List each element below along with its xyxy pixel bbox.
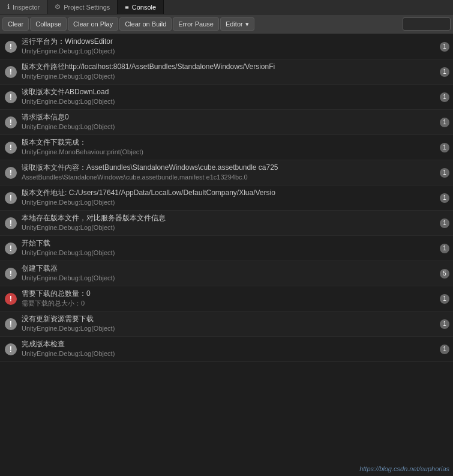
log-entry[interactable]: ! 读取版本文件ABDownLoad UnityEngine.Debug:Log… xyxy=(0,85,453,110)
log-count-badge: 1 xyxy=(440,294,449,304)
log-text-col: 版本文件地址: C:/Users/17641/AppData/LocalLow/… xyxy=(22,185,436,210)
tab-console[interactable]: ≡Console xyxy=(118,0,164,14)
log-main-text: 运行平台为：WindowsEditor xyxy=(22,37,434,47)
log-type-icon: ! xyxy=(5,268,17,280)
log-icon-col: ! xyxy=(0,312,22,336)
log-entry[interactable]: ! 本地存在版本文件，对比服务器版本文件信息 UnityEngine.Debug… xyxy=(0,211,453,236)
log-count-col: 1 xyxy=(436,185,453,210)
log-type-icon: ! xyxy=(5,66,17,78)
log-text-col: 读取版本文件ABDownLoad UnityEngine.Debug:Log(O… xyxy=(22,85,436,109)
log-count-badge: 1 xyxy=(440,143,449,152)
log-sub-text: UnityEngine.Debug:Log(Object) xyxy=(22,198,434,207)
log-count-badge: 1 xyxy=(440,118,449,127)
log-entry[interactable]: ! 请求版本信息0 UnityEngine.Debug:Log(Object) … xyxy=(0,110,453,135)
log-sub-text: UnityEngine.Debug:Log(Object) xyxy=(22,72,434,81)
log-icon-col: ! xyxy=(0,286,22,311)
log-sub-text: UnityEngine.Debug:Log(Object) xyxy=(22,349,434,358)
log-entry[interactable]: ! 运行平台为：WindowsEditor UnityEngine.Debug:… xyxy=(0,34,453,59)
log-count-badge: 1 xyxy=(440,168,449,178)
log-sub-text: UnityEngine.Debug:Log(Object) xyxy=(22,97,434,106)
log-icon-col: ! xyxy=(0,110,22,134)
log-text-col: 读取版本文件内容：AssetBundles\StandaloneWindows\… xyxy=(22,160,436,185)
log-count-col: 1 xyxy=(436,110,453,134)
log-type-icon: ! xyxy=(5,318,17,330)
tab-inspector[interactable]: ℹInspector xyxy=(0,0,47,14)
log-text-col: 运行平台为：WindowsEditor UnityEngine.Debug:Lo… xyxy=(22,34,436,59)
log-entry[interactable]: ! 没有更新资源需要下载 UnityEngine.Debug:Log(Objec… xyxy=(0,312,453,337)
log-sub-text: UnityEngine.Debug:Log(Object) xyxy=(22,223,434,232)
log-main-text: 开始下载 xyxy=(22,238,434,249)
log-sub-text: UnityEngine.Debug:Log(Object) xyxy=(22,249,434,258)
log-count-badge: 1 xyxy=(440,218,449,228)
log-count-col: 1 xyxy=(436,160,453,185)
log-icon-col: ! xyxy=(0,261,22,286)
log-count-col: 1 xyxy=(436,236,453,261)
log-entry[interactable]: ! 完成版本检查 UnityEngine.Debug:Log(Object) 1 xyxy=(0,337,453,362)
log-type-icon: ! xyxy=(5,192,17,204)
dropdown-arrow-icon: ▾ xyxy=(245,20,249,28)
editor-dropdown-button[interactable]: Editor ▾ xyxy=(220,17,254,31)
log-main-text: 版本文件路径http://localhost:8081/AssetBundles… xyxy=(22,62,434,72)
log-entry[interactable]: ! 创建下载器 UnityEngine.Debug:Log(Object) 5 xyxy=(0,261,453,286)
project-settings-tab-label: Project Settings xyxy=(64,4,110,11)
search-input[interactable] xyxy=(403,17,451,31)
log-type-icon: ! xyxy=(5,343,17,355)
log-text-col: 请求版本信息0 UnityEngine.Debug:Log(Object) xyxy=(22,110,436,134)
project-settings-tab-icon: ⚙ xyxy=(55,3,61,11)
editor-label: Editor xyxy=(226,20,243,28)
log-count-col: 5 xyxy=(436,261,453,286)
inspector-tab-label: Inspector xyxy=(13,4,40,11)
log-main-text: 创建下载器 xyxy=(22,264,434,274)
error-pause-button[interactable]: Error Pause xyxy=(173,17,219,31)
log-count-badge: 5 xyxy=(440,269,449,279)
clear-on-build-button[interactable]: Clear on Build xyxy=(119,17,172,31)
console-area[interactable]: ! 运行平台为：WindowsEditor UnityEngine.Debug:… xyxy=(0,34,453,476)
log-count-badge: 1 xyxy=(440,345,449,354)
toolbar: Clear Collapse Clear on Play Clear on Bu… xyxy=(0,14,453,34)
log-main-text: 本地存在版本文件，对比服务器版本文件信息 xyxy=(22,213,434,223)
log-count-col: 1 xyxy=(436,135,453,160)
log-text-col: 创建下载器 UnityEngine.Debug:Log(Object) xyxy=(22,261,436,286)
log-main-text: 需要下载的总数量：0 xyxy=(22,289,434,299)
log-main-text: 版本文件下载完成： xyxy=(22,137,434,148)
log-type-icon: ! xyxy=(5,142,17,154)
log-count-col: 1 xyxy=(436,59,453,84)
collapse-button[interactable]: Collapse xyxy=(30,17,67,31)
log-text-col: 版本文件路径http://localhost:8081/AssetBundles… xyxy=(22,59,436,84)
log-text-col: 开始下载 UnityEngine.Debug:Log(Object) xyxy=(22,236,436,261)
tab-bar: ℹInspector⚙Project Settings≡Console xyxy=(0,0,453,14)
console-tab-icon: ≡ xyxy=(125,4,128,11)
log-sub-text: UnityEngine.Debug:Log(Object) xyxy=(22,47,434,56)
log-count-badge: 1 xyxy=(440,67,449,77)
log-main-text: 读取版本文件内容：AssetBundles\StandaloneWindows\… xyxy=(22,163,434,173)
log-entry[interactable]: ! 版本文件路径http://localhost:8081/AssetBundl… xyxy=(0,59,453,85)
log-entry[interactable]: ! 读取版本文件内容：AssetBundles\StandaloneWindow… xyxy=(0,160,453,185)
log-type-icon: ! xyxy=(5,293,17,305)
log-count-badge: 1 xyxy=(440,319,449,329)
log-count-badge: 1 xyxy=(440,92,449,102)
log-count-col: 1 xyxy=(436,211,453,235)
log-count-col: 1 xyxy=(436,337,453,361)
log-main-text: 版本文件地址: C:/Users/17641/AppData/LocalLow/… xyxy=(22,188,434,198)
log-type-icon: ! xyxy=(5,167,17,179)
log-text-col: 需要下载的总数量：0 需要下载的总大小：0 xyxy=(22,286,436,311)
log-sub-text: 需要下载的总大小：0 xyxy=(22,299,434,308)
log-type-icon: ! xyxy=(5,41,17,53)
clear-on-play-button[interactable]: Clear on Play xyxy=(68,17,118,31)
log-entry[interactable]: ! 开始下载 UnityEngine.Debug:Log(Object) 1 xyxy=(0,236,453,261)
log-icon-col: ! xyxy=(0,211,22,235)
log-entry[interactable]: ! 需要下载的总数量：0 需要下载的总大小：0 1 xyxy=(0,286,453,312)
tab-project-settings[interactable]: ⚙Project Settings xyxy=(47,0,118,14)
log-main-text: 读取版本文件ABDownLoad xyxy=(22,87,434,97)
log-count-badge: 1 xyxy=(440,193,449,203)
log-entry[interactable]: ! 版本文件地址: C:/Users/17641/AppData/LocalLo… xyxy=(0,185,453,211)
log-main-text: 请求版本信息0 xyxy=(22,112,434,122)
log-sub-text: UnityEngine.Debug:Log(Object) xyxy=(22,122,434,131)
log-count-badge: 1 xyxy=(440,42,449,52)
log-entry[interactable]: ! 版本文件下载完成： UnityEngine.MonoBehaviour:pr… xyxy=(0,135,453,160)
log-count-badge: 1 xyxy=(440,244,449,253)
clear-button[interactable]: Clear xyxy=(2,17,29,31)
log-type-icon: ! xyxy=(5,91,17,103)
log-icon-col: ! xyxy=(0,85,22,109)
log-text-col: 版本文件下载完成： UnityEngine.MonoBehaviour:prin… xyxy=(22,135,436,160)
